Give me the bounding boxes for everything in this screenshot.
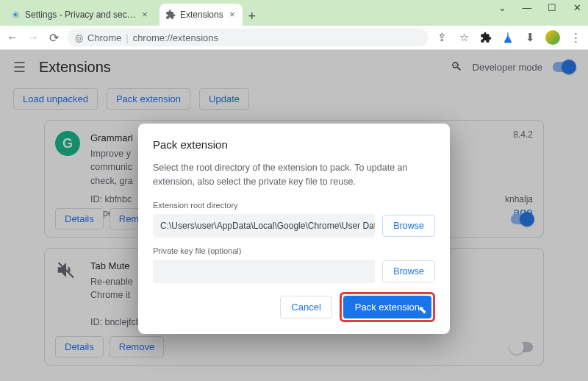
maximize-button[interactable]: ☐ [545,2,559,13]
puzzle-icon [165,10,176,20]
browse-root-button[interactable]: Browse [382,215,435,237]
key-file-input[interactable] [153,260,375,283]
url-text: chrome://extensions [133,32,218,43]
pack-extension-dialog: Pack extension Select the root directory… [138,124,450,334]
pack-extension-highlight: Pack extension ⬉ [340,292,435,322]
browser-titlebar: Settings - Privacy and security × Extens… [0,0,588,26]
new-tab-button[interactable]: + [243,7,262,26]
chrome-icon: ◎ [75,32,83,43]
root-dir-input[interactable]: C:\Users\user\AppData\Local\Google\Chrom… [153,214,375,238]
downloads-icon[interactable]: ⬇ [523,31,537,44]
profile-avatar[interactable] [545,30,560,45]
key-file-label: Private key file (optional) [153,246,435,255]
tab-settings-privacy[interactable]: Settings - Privacy and security × [4,4,155,26]
root-dir-label: Extension root directory [153,201,435,210]
chevron-down-icon[interactable]: ⌄ [495,2,509,13]
reload-button[interactable]: ⟳ [47,31,60,45]
pack-extension-submit-button[interactable]: Pack extension ⬉ [343,296,431,318]
extensions-page: ☰ Extensions 🔍︎ Developer mode Load unpa… [0,50,588,381]
url-scheme: Chrome [87,32,121,43]
back-button[interactable]: ← [6,31,19,44]
close-icon[interactable]: × [140,10,149,19]
cancel-button[interactable]: Cancel [280,296,331,318]
omnibox[interactable]: ◎ Chrome | chrome://extensions [68,29,428,46]
close-window-button[interactable]: ✕ [570,2,584,13]
minimize-button[interactable]: ― [520,2,534,13]
share-icon[interactable]: ⇪ [435,31,448,44]
close-icon[interactable]: × [228,10,237,19]
tab-extensions[interactable]: Extensions × [159,4,243,26]
flask-icon[interactable] [501,31,514,44]
dialog-title: Pack extension [153,138,435,151]
forward-button[interactable]: → [26,31,40,44]
bookmark-icon[interactable]: ☆ [457,31,470,44]
tab-title: Settings - Privacy and security [25,10,136,20]
window-controls: ⌄ ― ☐ ✕ [495,2,584,13]
dialog-description: Select the root directory of the extensi… [153,161,435,189]
extensions-puzzle-icon[interactable] [479,31,492,44]
browse-key-button[interactable]: Browse [382,260,435,282]
address-bar: ← → ⟳ ◎ Chrome | chrome://extensions ⇪ ☆… [0,26,588,50]
gear-icon [10,10,21,20]
cursor-icon: ⬉ [418,304,427,316]
kebab-menu-icon[interactable]: ⋮ [569,31,582,44]
tab-title: Extensions [180,10,223,20]
